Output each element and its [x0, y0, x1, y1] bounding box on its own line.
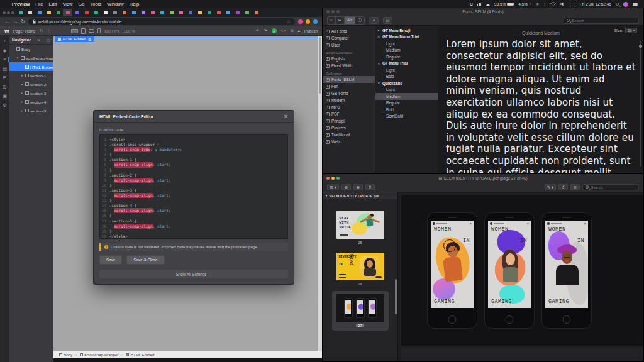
disclosure-icon[interactable]: ▾ — [16, 56, 19, 60]
font-style-quicksand-light[interactable]: Light — [375, 87, 438, 94]
save-button[interactable]: Save — [99, 255, 122, 265]
siri-icon[interactable] — [623, 2, 628, 7]
pdf-search-input[interactable] — [591, 185, 636, 189]
browser-tab[interactable] — [129, 9, 138, 16]
browser-tab[interactable] — [148, 9, 157, 16]
publish-site-icon[interactable]: ▴ — [297, 28, 299, 33]
menubar-clock[interactable]: Fri 2 Jul 12:52:46 — [580, 2, 611, 6]
breadcrumb-item-body[interactable]: Body — [57, 351, 75, 358]
ecommerce-icon[interactable]: ⊞ — [1, 85, 8, 90]
window-minimize-button[interactable] — [331, 177, 335, 180]
breakpoint-desktop-icon[interactable] — [71, 29, 78, 33]
sidebar-item-all-fonts[interactable]: FAll Fonts — [323, 28, 375, 35]
breakpoint-landscape-icon[interactable] — [89, 29, 94, 33]
navigator-item-section-4[interactable]: ▸section-4 — [9, 97, 53, 106]
grid-view-icon[interactable]: ⊞ — [336, 17, 345, 24]
disclosure-icon[interactable]: ▸ — [378, 28, 381, 32]
fontbook-search-input[interactable] — [572, 18, 636, 23]
disclosure-icon[interactable]: ▸ — [20, 109, 24, 112]
settings-icon[interactable]: ⚙ — [1, 103, 8, 108]
page-selector[interactable]: Page: Home — [13, 29, 36, 33]
navigator-item-section-2[interactable]: ▸section-2 — [9, 80, 53, 89]
window-close-button[interactable] — [3, 11, 6, 14]
sidebar-item-gb-fonts[interactable]: FGB-Fonts — [323, 90, 375, 97]
upload-arrow-icon[interactable]: ↑ — [544, 2, 546, 6]
breadcrumb-item-html-embed[interactable]: HTML Embed — [123, 351, 157, 358]
modal-close-icon[interactable]: ✕ — [284, 114, 288, 119]
cpu-indicator[interactable]: 4.5%◔ — [518, 2, 531, 6]
sample-view-button[interactable]: Aa — [345, 17, 355, 24]
browser-tab[interactable] — [223, 9, 233, 16]
design-canvas[interactable]: HTML Embed ⚙ HTML Embed Code Editor ✕ Cu… — [53, 36, 322, 351]
cms-icon[interactable]: ⊟ — [1, 75, 8, 80]
font-family-gt-maru-emoji[interactable]: ▸GT Maru Emoji — [375, 27, 438, 34]
menu-go[interactable]: Go — [79, 1, 85, 7]
menu-view[interactable]: View — [62, 1, 72, 7]
close-icon[interactable]: × — [584, 222, 586, 226]
add-font-button[interactable]: + — [369, 17, 379, 24]
menu-help[interactable]: Help — [130, 1, 139, 7]
browser-tab[interactable] — [167, 9, 176, 16]
browser-tab[interactable] — [186, 9, 195, 16]
navigator-item-body[interactable]: Body — [9, 45, 53, 53]
disclosure-icon[interactable]: ▸ — [20, 74, 24, 77]
pdf-titlebar[interactable]: ▤ SELM IDENTITY UPDATE.pdf (page 27 of 4… — [323, 174, 643, 182]
disclosure-icon[interactable]: ▾ — [378, 62, 381, 65]
font-family-gt-maru-trial[interactable]: ▾GT Maru Trial — [375, 60, 438, 67]
navigator-item-section-5[interactable]: ▸section-5 — [9, 106, 53, 115]
breakpoint-phone-icon[interactable] — [97, 28, 101, 33]
undo-icon[interactable]: ↶ — [256, 28, 259, 33]
browser-tab[interactable] — [176, 9, 186, 16]
browser-tab[interactable] — [204, 9, 214, 16]
wifi-icon[interactable] — [550, 2, 556, 6]
back-icon[interactable]: ← — [4, 19, 9, 25]
zoom-in-button[interactable]: ⊕ — [353, 184, 363, 190]
font-style-gt-maru-mono-trial-light[interactable]: Light — [375, 40, 438, 47]
unpin-panel-icon[interactable]: ✕ — [37, 38, 40, 42]
webflow-logo[interactable]: W — [4, 28, 9, 34]
navigator-item-scroll-snap-wrapper[interactable]: ▾scroll-snap-wrapper — [9, 53, 53, 62]
sidebar-item-fun[interactable]: FFun — [323, 83, 375, 90]
pdf-thumbnail-page-27[interactable]: 27 — [332, 291, 389, 331]
url-field[interactable]: webflow.com/design/squareenix-londonmobi… — [28, 18, 295, 25]
font-family-quicksand[interactable]: ▾Quicksand — [375, 80, 438, 87]
menu-window[interactable]: Window — [107, 1, 124, 7]
window-close-button[interactable] — [326, 177, 330, 180]
spotlight-icon[interactable] — [616, 3, 619, 6]
pdf-thumbnail-page-25[interactable]: PLAYWITHPRIDE25 — [332, 208, 389, 248]
reload-icon[interactable]: ↻ — [21, 19, 25, 25]
panel-dock-icon[interactable]: ◫ — [47, 38, 50, 42]
highlight-button[interactable]: ⊘ — [570, 184, 580, 190]
size-slider-track[interactable] — [640, 41, 641, 167]
browser-tab[interactable] — [157, 9, 167, 16]
browser-tab[interactable] — [91, 9, 101, 16]
sidebar-item-pdf[interactable]: FPDF — [323, 111, 375, 118]
size-slider-knob[interactable] — [639, 45, 642, 48]
show-all-settings-button[interactable]: Show All Settings → — [99, 270, 288, 278]
browser-tab[interactable] — [53, 9, 63, 16]
element-settings-icon[interactable]: ⚙ — [88, 37, 91, 41]
pdf-thumbnail-page-26[interactable]: DIVERSITYINGAMING26 — [332, 250, 389, 289]
sidebar-view-button[interactable]: ▥ ▾ — [327, 184, 339, 190]
browser-tab[interactable] — [252, 9, 261, 16]
save-and-close-button[interactable]: Save & Close — [126, 255, 164, 265]
close-icon[interactable]: × — [526, 222, 529, 226]
window-zoom-button[interactable] — [336, 10, 340, 13]
sidebar-item-modern[interactable]: FModern — [323, 97, 375, 104]
navigator-item-section-1[interactable]: ▸section-1 — [9, 71, 53, 80]
volume-icon[interactable] — [560, 2, 565, 6]
disclosure-icon[interactable]: ▾ — [378, 35, 381, 39]
browser-tab[interactable] — [101, 9, 110, 16]
fontbook-search-field[interactable] — [564, 18, 639, 24]
extension-icon-pink[interactable] — [298, 19, 303, 24]
window-minimize-button[interactable] — [331, 10, 335, 13]
size-dropdown[interactable]: 36▾ — [625, 28, 637, 33]
font-style-quicksand-regular[interactable]: Regular — [375, 100, 438, 107]
menu-tools[interactable]: Tools — [91, 1, 102, 7]
browser-tab[interactable] — [25, 9, 35, 16]
window-zoom-button[interactable] — [336, 177, 340, 180]
font-style-gt-maru-trial-light[interactable]: Light — [375, 67, 438, 74]
browser-tab[interactable] — [72, 9, 82, 16]
creative-cloud-icon[interactable]: C — [470, 2, 473, 6]
sidebar-item-traditional[interactable]: FTraditional — [323, 131, 375, 138]
